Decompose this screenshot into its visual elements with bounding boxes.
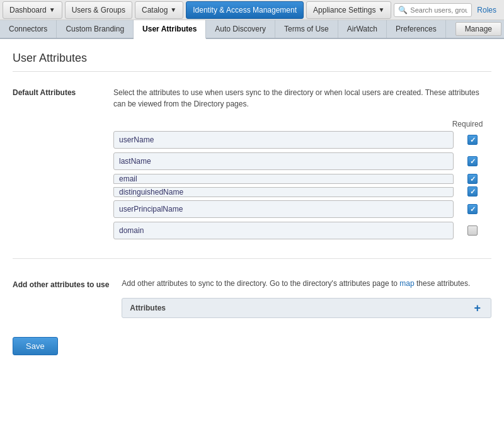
manage-label: Manage [465, 25, 492, 33]
catalog-arrow-icon: ▼ [170, 6, 176, 13]
dashboard-btn[interactable]: Dashboard ▼ [3, 1, 62, 19]
attr-input-username[interactable] [113, 131, 454, 149]
connectors-label: Connectors [9, 25, 47, 33]
attr-checkbox-domain[interactable] [467, 225, 478, 236]
default-attrs-desc: Select the attributes to use when users … [113, 87, 491, 110]
nav-connectors[interactable]: Connectors [0, 20, 57, 38]
stacked-checkboxes [454, 174, 491, 197]
checkbox-wrap-lastname [454, 156, 491, 166]
attrs-header-row: Attributes + [122, 298, 491, 318]
top-nav: Dashboard ▼ Users & Groups Catalog ▼ Ide… [0, 0, 504, 20]
identity-btn[interactable]: Identity & Access Management [186, 1, 304, 19]
catalog-btn[interactable]: Catalog ▼ [135, 1, 183, 19]
save-button[interactable]: Save [13, 337, 58, 355]
attr-row-stacked-email-dn [113, 174, 491, 197]
attr-input-lastname[interactable] [113, 152, 454, 170]
checkbox-wrap-username [454, 135, 491, 145]
default-attrs-label: Default Attributes [13, 87, 101, 243]
attr-checkbox-username[interactable] [467, 135, 478, 145]
users-groups-label: Users & Groups [72, 6, 125, 14]
attr-row-username [113, 131, 491, 149]
checkbox-wrap-upn [454, 204, 491, 214]
user-attributes-label: User Attributes [142, 25, 197, 33]
default-attrs-content: Select the attributes to use when users … [113, 87, 491, 243]
nav-custom-branding[interactable]: Custom Branding [57, 20, 134, 38]
terms-label: Terms of Use [284, 25, 329, 33]
attr-row-lastname [113, 152, 491, 170]
nav-airwatch[interactable]: AirWatch [338, 20, 387, 38]
search-icon: 🔍 [398, 6, 408, 14]
identity-label: Identity & Access Management [193, 6, 297, 14]
checkbox-wrap-domain [454, 225, 491, 236]
add-attrs-section: Add other attributes to use Add other at… [13, 278, 491, 318]
custom-branding-label: Custom Branding [66, 25, 124, 33]
attr-checkbox-dn[interactable] [467, 186, 478, 197]
attr-checkbox-upn[interactable] [467, 204, 478, 214]
attrs-header: Required [113, 120, 491, 128]
attr-row-upn [113, 200, 491, 218]
add-attrs-content: Add other attributes to sync to the dire… [122, 278, 491, 318]
roles-link[interactable]: Roles [477, 6, 496, 14]
search-bar[interactable]: 🔍 [394, 3, 472, 17]
nav-auto-discovery[interactable]: Auto Discovery [206, 20, 275, 38]
attr-checkbox-lastname[interactable] [467, 156, 478, 166]
sub-nav: Connectors Custom Branding User Attribut… [0, 20, 504, 39]
add-attr-button[interactable]: + [471, 302, 483, 314]
nav-terms[interactable]: Terms of Use [275, 20, 338, 38]
auto-discovery-label: Auto Discovery [215, 25, 266, 33]
catalog-label: Catalog [142, 6, 168, 14]
top-nav-right: Roles [477, 6, 501, 14]
attr-checkbox-email[interactable] [467, 174, 478, 184]
search-input[interactable] [410, 6, 467, 14]
dashboard-arrow-icon: ▼ [49, 6, 55, 13]
appliance-arrow-icon: ▼ [378, 6, 384, 13]
add-attrs-label: Add other attributes to use [13, 278, 109, 318]
attr-input-domain[interactable] [113, 222, 454, 239]
dashboard-label: Dashboard [9, 6, 47, 14]
attrs-table: Required [113, 120, 491, 239]
attr-input-email[interactable] [113, 174, 454, 184]
attr-row-domain [113, 222, 491, 239]
required-header: Required [449, 120, 486, 128]
airwatch-label: AirWatch [347, 25, 377, 33]
users-groups-btn[interactable]: Users & Groups [65, 1, 132, 19]
attr-input-dn[interactable] [113, 187, 454, 197]
add-desc-map-link[interactable]: map [399, 279, 414, 288]
attrs-col-label: Attributes [130, 304, 471, 312]
add-attrs-desc: Add other attributes to sync to the dire… [122, 278, 491, 289]
nav-manage[interactable]: Manage [455, 22, 501, 36]
stacked-inputs [113, 174, 454, 197]
add-desc-part2: these attributes. [415, 279, 471, 288]
add-desc-part1: Add other attributes to sync to the dire… [122, 279, 399, 288]
appliance-label: Appliance Settings [313, 6, 375, 14]
appliance-btn[interactable]: Appliance Settings ▼ [306, 1, 391, 19]
nav-user-attributes[interactable]: User Attributes [134, 20, 206, 39]
nav-preferences[interactable]: Preferences [387, 20, 446, 38]
default-attrs-section: Default Attributes Select the attributes… [13, 87, 491, 259]
page-content: User Attributes Default Attributes Selec… [0, 39, 504, 439]
page-title: User Attributes [13, 52, 491, 72]
preferences-label: Preferences [396, 25, 437, 33]
attr-input-upn[interactable] [113, 200, 454, 218]
